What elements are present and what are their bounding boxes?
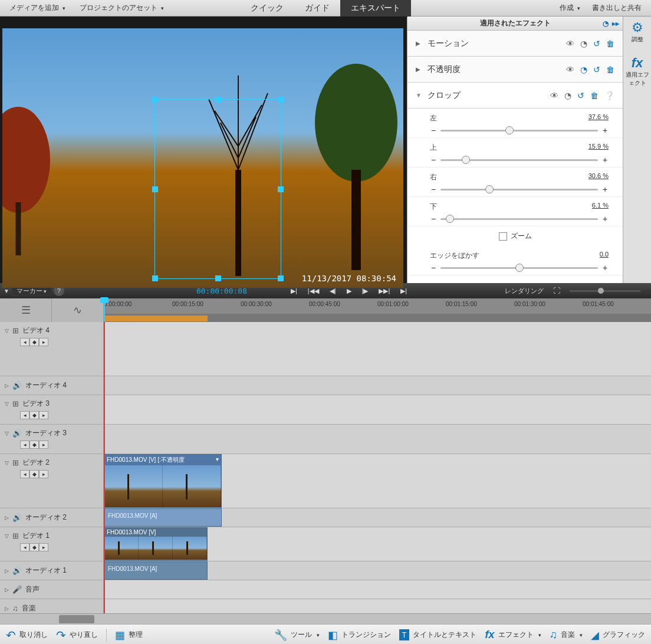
collapse-icon[interactable]: ▽	[5, 533, 9, 539]
trash-icon[interactable]: 🗑	[606, 65, 614, 74]
tab-quick[interactable]: クイック	[240, 0, 294, 17]
transition-button[interactable]: ◧トランジション	[328, 629, 391, 642]
increment-button[interactable]: +	[601, 185, 609, 194]
step-fwd-button[interactable]: |▶	[362, 287, 369, 295]
prev-key-button[interactable]: ◂	[20, 338, 29, 346]
increment-button[interactable]: +	[601, 126, 609, 135]
playhead[interactable]	[104, 298, 105, 322]
play-button[interactable]: ▶	[347, 287, 351, 295]
slider-thumb[interactable]	[515, 264, 524, 272]
prop-value[interactable]: 15.9 %	[588, 143, 609, 153]
panel-menu-icon[interactable]: ▸▸	[612, 19, 619, 28]
add-key-button[interactable]: ◆	[29, 411, 39, 419]
undo-button[interactable]: ↶取り消し	[6, 628, 48, 642]
music-menu[interactable]: ♫音楽	[550, 629, 583, 641]
prev-key-button[interactable]: ◂	[20, 470, 29, 478]
eye-icon[interactable]: 👁	[550, 91, 558, 100]
slider-left[interactable]	[440, 130, 598, 132]
decrement-button[interactable]: −	[430, 185, 437, 194]
slider-thumb[interactable]	[462, 156, 470, 164]
crop-selection[interactable]	[154, 99, 281, 279]
prev-key-button[interactable]: ◂	[20, 441, 29, 449]
stopwatch-icon[interactable]: ◔	[580, 39, 587, 48]
trash-icon[interactable]: 🗑	[590, 91, 599, 100]
decrement-button[interactable]: −	[430, 263, 437, 272]
prop-value[interactable]: 6.1 %	[592, 202, 609, 212]
prop-value[interactable]: 30.6 %	[588, 172, 609, 182]
decrement-button[interactable]: −	[430, 214, 437, 224]
clip-video2[interactable]: FHD0013.MOV [V] [:不透明度▾	[104, 454, 222, 508]
fit-icon[interactable]: ⛶	[553, 287, 560, 295]
audio-view-button[interactable]: ∿	[52, 298, 104, 322]
next-key-button[interactable]: ▸	[39, 441, 48, 449]
crop-handle-tr[interactable]	[278, 97, 284, 103]
tools-menu[interactable]: 🔧ツール	[274, 629, 320, 642]
create-menu[interactable]: 作成	[555, 1, 585, 15]
increment-button[interactable]: +	[601, 155, 609, 165]
decrement-button[interactable]: −	[430, 155, 437, 165]
stopwatch-icon[interactable]: ◔	[580, 65, 587, 74]
collapse-icon[interactable]: ▽	[5, 460, 9, 466]
slider-thumb[interactable]	[485, 185, 494, 193]
next-key-button[interactable]: ▸	[39, 411, 48, 419]
expand-icon[interactable]: ▷	[5, 568, 9, 574]
tab-expert[interactable]: エキスパート	[340, 0, 411, 17]
disclosure-icon[interactable]: ▶	[416, 66, 423, 73]
crop-handle-bl[interactable]	[152, 275, 158, 281]
slider-thumb[interactable]	[446, 215, 454, 223]
timeline-view-button[interactable]: ☰	[0, 298, 52, 322]
prop-value[interactable]: 37.6 %	[588, 113, 609, 123]
prev-button[interactable]: |◀◀	[308, 287, 319, 295]
eye-icon[interactable]: 👁	[566, 39, 574, 48]
collapse-icon[interactable]: ▽	[5, 328, 9, 334]
zoom-checkbox[interactable]	[499, 232, 507, 241]
zoom-thumb[interactable]	[598, 288, 604, 294]
expand-icon[interactable]: ▷	[5, 383, 9, 389]
video-icon[interactable]: ⊞	[12, 399, 19, 408]
add-media-menu[interactable]: メディアを追加	[5, 1, 70, 15]
stopwatch-icon[interactable]: ◔	[564, 91, 571, 100]
trash-icon[interactable]: 🗑	[606, 39, 614, 48]
scrollbar-thumb[interactable]	[59, 615, 94, 623]
stopwatch-icon[interactable]: ◔	[603, 19, 609, 28]
render-button[interactable]: レンダリング	[505, 287, 544, 295]
reset-icon[interactable]: ↺	[593, 39, 600, 48]
expand-icon[interactable]: ▷	[5, 587, 9, 593]
clip-audio2[interactable]: FHD0013.MOV [A]	[104, 508, 222, 527]
next-key-button[interactable]: ▸	[39, 338, 48, 346]
crop-handle-br[interactable]	[278, 275, 284, 281]
clip-menu-icon[interactable]: ▾	[216, 456, 219, 464]
increment-button[interactable]: +	[601, 214, 609, 224]
slider-edge[interactable]	[440, 267, 598, 269]
reset-icon[interactable]: ↺	[593, 65, 600, 74]
playhead-line[interactable]	[104, 322, 105, 613]
crop-handle-tl[interactable]	[152, 97, 158, 103]
zoom-slider[interactable]	[570, 290, 640, 292]
add-key-button[interactable]: ◆	[29, 441, 39, 449]
video-icon[interactable]: ⊞	[12, 531, 19, 540]
clip-audio1[interactable]: FHD0013.MOV [A]	[104, 561, 208, 580]
crop-handle-mr[interactable]	[278, 186, 284, 192]
titles-button[interactable]: Tタイトルとテキスト	[399, 629, 477, 640]
step-back-button[interactable]: ◀|	[330, 287, 336, 295]
speaker-icon[interactable]: 🔊	[12, 566, 22, 575]
music-icon[interactable]: ♫	[12, 604, 18, 613]
work-area-bar[interactable]	[104, 316, 208, 321]
add-key-button[interactable]: ◆	[29, 338, 39, 346]
speaker-icon[interactable]: 🔊	[12, 429, 22, 438]
prop-value[interactable]: 0.0	[600, 251, 609, 261]
crop-handle-bm[interactable]	[215, 275, 221, 281]
expand-icon[interactable]: ▷	[5, 606, 9, 612]
crop-handle-ml[interactable]	[152, 186, 158, 192]
eye-icon[interactable]: 👁	[566, 65, 574, 74]
rail-applied-effects[interactable]: fx適用エフェクト	[623, 55, 651, 87]
rail-adjust[interactable]: ⚙調整	[632, 20, 643, 44]
effects-menu[interactable]: fxエフェクト	[485, 629, 541, 641]
help-icon[interactable]: ❔	[604, 91, 614, 100]
disclosure-icon[interactable]: ▼	[416, 92, 423, 98]
tab-guide[interactable]: ガイド	[294, 0, 340, 17]
expand-icon[interactable]: ▷	[5, 515, 9, 521]
speaker-icon[interactable]: 🔊	[12, 381, 22, 390]
effect-motion[interactable]: ▶ モーション 👁 ◔ ↺ 🗑	[407, 31, 623, 57]
chevron-down-icon[interactable]: ▼	[4, 288, 9, 294]
